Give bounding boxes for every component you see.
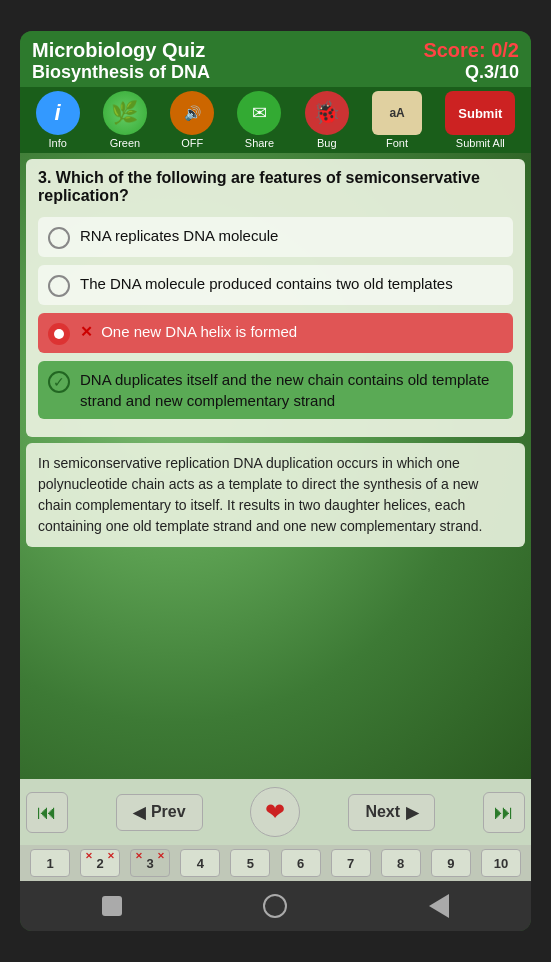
info-label: Info: [48, 137, 66, 149]
option-b-radio: [48, 275, 70, 297]
toolbar-submit[interactable]: Submit Submit All: [445, 91, 515, 149]
nav-bar: ⏮ ◀ Prev ❤ Next ▶ ⏭: [20, 779, 531, 845]
next-icon: ▶: [406, 803, 418, 822]
toolbar: i Info 🌿 Green 🔊 OFF ✉ Share 🐞 Bug aA F: [20, 87, 531, 153]
question-box: 3. Which of the following are features o…: [26, 159, 525, 437]
toolbar-font[interactable]: aA Font: [372, 91, 422, 149]
explanation-text: In semiconservative replication DNA dupl…: [38, 455, 482, 534]
option-b[interactable]: The DNA molecule produced contains two o…: [38, 265, 513, 305]
question-number-inline: 3.: [38, 169, 56, 186]
recents-icon: [263, 894, 287, 918]
question-text: 3. Which of the following are features o…: [38, 169, 513, 205]
question-number: Q.3/10: [465, 62, 519, 83]
option-d-text: DNA duplicates itself and the new chain …: [80, 369, 503, 411]
submit-icon[interactable]: Submit: [445, 91, 515, 135]
q-dot-10[interactable]: 10: [481, 849, 521, 877]
q-dot-3[interactable]: ✕ ✕ 3: [130, 849, 170, 877]
q-dot-1[interactable]: 1: [30, 849, 70, 877]
off-label: OFF: [181, 137, 203, 149]
option-a-radio: [48, 227, 70, 249]
option-d-radio: ✓: [48, 371, 70, 393]
favorite-button[interactable]: ❤: [250, 787, 300, 837]
toolbar-share[interactable]: ✉ Share: [237, 91, 281, 149]
font-icon: aA: [372, 91, 422, 135]
bug-icon: 🐞: [305, 91, 349, 135]
share-label: Share: [245, 137, 274, 149]
q-dot-4[interactable]: 4: [180, 849, 220, 877]
share-icon: ✉: [237, 91, 281, 135]
option-c[interactable]: ✕ One new DNA helix is formed: [38, 313, 513, 353]
recents-button[interactable]: [260, 891, 290, 921]
toolbar-info[interactable]: i Info: [36, 91, 80, 149]
back-icon: [429, 894, 449, 918]
home-icon: [102, 896, 122, 916]
off-icon: 🔊: [170, 91, 214, 135]
heart-icon: ❤: [265, 798, 285, 826]
q-dot-9[interactable]: 9: [431, 849, 471, 877]
submit-label: Submit All: [456, 137, 505, 149]
question-dots-bar: 1 ✕ ✕ 2 ✕ ✕ 3 4 5 6 7 8 9 10: [20, 845, 531, 881]
option-b-text: The DNA molecule produced contains two o…: [80, 273, 453, 294]
option-c-radio: [48, 323, 70, 345]
option-c-text: ✕ One new DNA helix is formed: [80, 321, 297, 342]
option-a-text: RNA replicates DNA molecule: [80, 225, 278, 246]
explanation-box: In semiconservative replication DNA dupl…: [26, 443, 525, 547]
q-dot-8[interactable]: 8: [381, 849, 421, 877]
bottom-navigation-bar: [20, 881, 531, 931]
q-dot-5[interactable]: 5: [230, 849, 270, 877]
toolbar-off[interactable]: 🔊 OFF: [170, 91, 214, 149]
green-icon: 🌿: [103, 91, 147, 135]
option-a[interactable]: RNA replicates DNA molecule: [38, 217, 513, 257]
toolbar-green[interactable]: 🌿 Green: [103, 91, 147, 149]
subtitle: Biosynthesis of DNA: [32, 62, 210, 83]
info-icon: i: [36, 91, 80, 135]
prev-icon: ◀: [133, 803, 145, 822]
q-dot-6[interactable]: 6: [281, 849, 321, 877]
toolbar-bug[interactable]: 🐞 Bug: [305, 91, 349, 149]
bug-label: Bug: [317, 137, 337, 149]
next-label: Next: [365, 803, 400, 821]
skip-to-start-button[interactable]: ⏮: [26, 792, 68, 833]
home-button[interactable]: [97, 891, 127, 921]
app-title: Microbiology Quiz: [32, 39, 205, 62]
back-button[interactable]: [424, 891, 454, 921]
font-label: Font: [386, 137, 408, 149]
next-button[interactable]: Next ▶: [348, 794, 435, 831]
prev-label: Prev: [151, 803, 186, 821]
green-label: Green: [110, 137, 141, 149]
q-dot-2[interactable]: ✕ ✕ 2: [80, 849, 120, 877]
option-d[interactable]: ✓ DNA duplicates itself and the new chai…: [38, 361, 513, 419]
content-area: 3. Which of the following are features o…: [20, 153, 531, 779]
q-dot-7[interactable]: 7: [331, 849, 371, 877]
prev-button[interactable]: ◀ Prev: [116, 794, 203, 831]
header: Microbiology Quiz Score: 0/2 Biosynthesi…: [20, 31, 531, 87]
skip-to-end-button[interactable]: ⏭: [483, 792, 525, 833]
score-display: Score: 0/2: [423, 39, 519, 62]
